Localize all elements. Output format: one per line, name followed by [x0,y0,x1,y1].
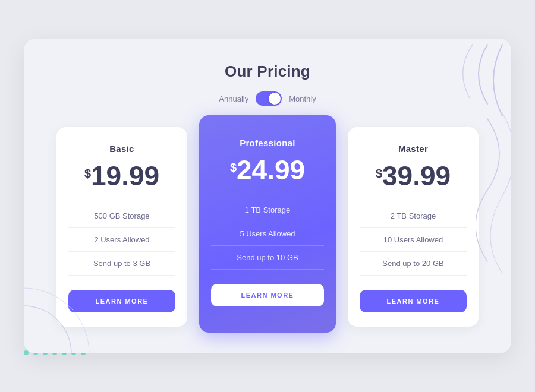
plan-master-cta[interactable]: LEARN MORE [360,290,467,312]
annually-label: Annually [219,94,248,103]
billing-toggle-row: Annually Monthly [219,91,316,106]
plan-master-amount: 39.99 [382,162,451,189]
plan-master-feature-2: Send up to 20 GB [360,251,467,276]
plan-basic-dollar: $ [84,167,91,181]
plan-master-features: 2 TB Storage 10 Users Allowed Send up to… [360,204,467,276]
plan-professional-feature-2: Send up to 10 GB [211,245,324,270]
plan-professional: Professional $ 24.99 1 TB Storage 5 User… [199,115,336,333]
plan-basic-features: 500 GB Storage 2 Users Allowed Send up t… [68,204,175,276]
plan-basic-feature-2: Send up to 3 GB [68,251,175,276]
billing-toggle[interactable] [256,91,282,106]
plan-basic: Basic $ 19.99 500 GB Storage 2 Users All… [56,127,187,327]
toggle-knob [269,93,281,105]
plan-basic-feature-0: 500 GB Storage [68,204,175,227]
monthly-label: Monthly [289,94,316,103]
plan-master-price-row: $ 39.99 [376,162,451,189]
plan-professional-features: 1 TB Storage 5 Users Allowed Send up to … [211,198,324,270]
plan-professional-feature-1: 5 Users Allowed [211,222,324,245]
plan-master-feature-1: 10 Users Allowed [360,227,467,251]
plan-professional-feature-0: 1 TB Storage [211,198,324,222]
plan-professional-name: Professional [240,138,295,148]
plans-row: Basic $ 19.99 500 GB Storage 2 Users All… [48,127,487,327]
plan-basic-feature-1: 2 Users Allowed [68,227,175,251]
plan-basic-name: Basic [109,144,134,154]
plan-basic-cta[interactable]: LEARN MORE [68,290,175,312]
plan-professional-price-row: $ 24.99 [230,156,305,184]
pricing-card: Our Pricing Annually Monthly Basic $ 19.… [24,39,511,353]
plan-professional-amount: 24.99 [237,156,305,184]
plan-professional-cta[interactable]: LEARN MORE [211,284,324,306]
plan-basic-amount: 19.99 [91,162,159,189]
plan-master-dollar: $ [376,167,382,181]
plan-professional-dollar: $ [230,161,237,175]
dot-28 [24,350,29,355]
plan-master-name: Master [398,144,428,154]
plan-basic-price-row: $ 19.99 [84,162,159,189]
page-title: Our Pricing [225,62,310,81]
plan-master: Master $ 39.99 2 TB Storage 10 Users All… [348,127,479,327]
plan-master-feature-0: 2 TB Storage [360,204,467,227]
